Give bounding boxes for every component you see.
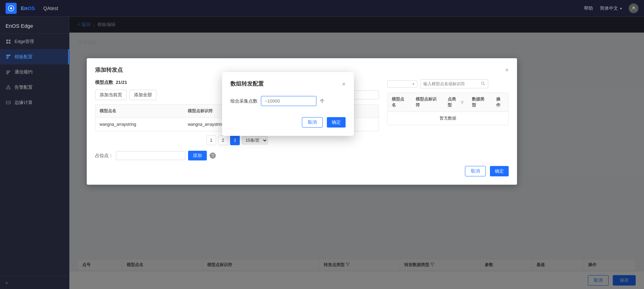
svg-rect-9 xyxy=(6,58,8,59)
search-icon[interactable] xyxy=(481,81,485,87)
sidebar-item-label: 模板配置 xyxy=(15,54,33,60)
svg-rect-12 xyxy=(6,73,8,74)
right-panel-toolbar: ▾ xyxy=(387,79,509,88)
svg-rect-5 xyxy=(6,42,8,44)
help-icon[interactable]: ? xyxy=(210,152,216,159)
empty-data-text: 暂无数据 xyxy=(388,112,508,125)
right-col-type: 点类型 ▽ xyxy=(443,93,468,112)
project-name: QAtest xyxy=(43,6,58,11)
svg-point-19 xyxy=(482,82,484,85)
outer-dialog-confirm-btn[interactable]: 确定 xyxy=(490,166,509,176)
comm-protocol-icon xyxy=(6,69,11,75)
lang-switch[interactable]: 简体中文 ▾ xyxy=(600,5,622,11)
svg-point-14 xyxy=(8,88,8,89)
modal-overlay: 添加转发点 × 模型点数 21/21 添加当前页 添加全部 xyxy=(69,17,644,289)
sidebar-item-edge-compute[interactable]: 边缘计算 xyxy=(0,95,69,110)
svg-point-2 xyxy=(633,7,635,9)
sidebar-app-name: EnOS Edge xyxy=(0,17,69,34)
template-config-icon xyxy=(6,54,11,60)
right-search-input[interactable] xyxy=(423,81,479,86)
topbar-right: 帮助 简体中文 ▾ xyxy=(584,3,638,13)
avatar[interactable] xyxy=(629,3,638,13)
right-col-name: 模型点名 xyxy=(388,93,412,112)
svg-rect-11 xyxy=(6,72,9,73)
page-btn-1[interactable]: 1 xyxy=(206,135,216,145)
inner-dialog-header: 数组转发配置 × xyxy=(230,80,346,88)
page-size-select[interactable]: 10条/页 20条/页 50条/页 xyxy=(242,136,268,144)
edge-management-icon xyxy=(6,39,11,44)
sidebar-menu: Edge管理 模板配置 通信规约 告警配置 xyxy=(0,34,69,276)
right-col-data-type: 数据类型 xyxy=(468,93,492,112)
inner-dialog-unit: 个 xyxy=(320,98,324,104)
svg-rect-4 xyxy=(9,40,10,41)
right-empty-row: 暂无数据 xyxy=(388,112,508,125)
svg-line-20 xyxy=(484,84,485,85)
occupy-label: 占位点： xyxy=(95,152,113,159)
sidebar-item-comm-protocol[interactable]: 通信规约 xyxy=(0,64,69,80)
sidebar-item-template-config[interactable]: 模板配置 xyxy=(0,49,69,64)
sidebar-bottom: ≡ xyxy=(0,276,69,289)
cell-name: wangna_arraystring xyxy=(95,118,184,131)
sidebar-item-alert-config[interactable]: 告警配置 xyxy=(0,80,69,95)
help-link[interactable]: 帮助 xyxy=(584,5,593,11)
alert-config-icon xyxy=(6,85,11,90)
right-col-identifier: 模型点标识符 xyxy=(412,93,443,112)
inner-dialog: 数组转发配置 × 组合采集点数 个 取消 确定 xyxy=(222,72,354,136)
pagination: 1 2 3 10条/页 20条/页 50条/页 xyxy=(95,135,379,145)
inner-dialog-cancel-btn[interactable]: 取消 xyxy=(302,117,323,128)
app-logo xyxy=(6,3,17,14)
sidebar-item-label: 边缘计算 xyxy=(15,99,33,106)
outer-dialog-close-btn[interactable]: × xyxy=(505,67,509,74)
svg-rect-6 xyxy=(9,42,10,44)
inner-dialog-confirm-btn[interactable]: 确定 xyxy=(327,117,346,128)
edge-compute-icon xyxy=(6,100,11,105)
main-layout: EnOS Edge Edge管理 模板配置 通信规约 xyxy=(0,17,644,289)
right-col-action: 操作 xyxy=(492,93,508,112)
right-table-wrapper: 模型点名 模型点标识符 点类型 ▽ 数据类型 操作 暂无 xyxy=(387,93,509,125)
right-panel: ▾ xyxy=(387,79,509,145)
content-area: < 返回 | 模板编辑 基本信息 添加转发点 × 模型点数 xyxy=(69,17,644,289)
topbar: EnOS QAtest 帮助 简体中文 ▾ xyxy=(0,0,644,17)
sidebar-item-label: Edge管理 xyxy=(15,38,34,45)
sidebar-item-edge-management[interactable]: Edge管理 xyxy=(0,34,69,49)
svg-rect-7 xyxy=(6,55,10,56)
outer-dialog-footer: 取消 确定 xyxy=(95,166,509,176)
inner-dialog-label: 组合采集点数 xyxy=(230,98,257,104)
svg-rect-8 xyxy=(6,56,9,57)
right-data-table: 模型点名 模型点标识符 点类型 ▽ 数据类型 操作 暂无 xyxy=(388,93,508,125)
sidebar: EnOS Edge Edge管理 模板配置 通信规约 xyxy=(0,17,69,289)
occupy-input[interactable] xyxy=(116,151,185,160)
inner-dialog-body: 组合采集点数 个 xyxy=(230,96,346,106)
occupy-add-btn[interactable]: 添加 xyxy=(188,151,207,160)
collapse-icon[interactable]: ≡ xyxy=(6,281,8,285)
svg-rect-3 xyxy=(6,40,8,41)
inner-dialog-title: 数组转发配置 xyxy=(230,80,264,88)
add-all-btn[interactable]: 添加全部 xyxy=(129,90,156,100)
right-panel-search xyxy=(420,79,488,88)
inner-dialog-footer: 取消 确定 xyxy=(230,117,346,128)
add-current-page-btn[interactable]: 添加当前页 xyxy=(95,90,127,100)
sidebar-item-label: 通信规约 xyxy=(15,69,33,75)
filter-arrow-icon: ▾ xyxy=(413,82,414,86)
sidebar-item-label: 告警配置 xyxy=(15,84,33,90)
forwarding-row: 占位点： 添加 ? xyxy=(95,151,509,160)
inner-dialog-input[interactable] xyxy=(261,96,316,106)
page-btn-3[interactable]: 3 xyxy=(230,135,240,145)
brand-name: EnOS xyxy=(21,5,35,11)
forwarding-section: 占位点： 添加 ? xyxy=(95,151,509,160)
inner-dialog-close-btn[interactable]: × xyxy=(342,81,346,87)
svg-rect-10 xyxy=(6,71,10,71)
outer-dialog-cancel-btn[interactable]: 取消 xyxy=(465,166,486,176)
col-header-name: 模型点名 xyxy=(95,105,184,118)
page-btn-2[interactable]: 2 xyxy=(218,135,228,145)
svg-point-1 xyxy=(10,7,12,9)
outer-dialog-title: 添加转发点 xyxy=(95,67,123,74)
